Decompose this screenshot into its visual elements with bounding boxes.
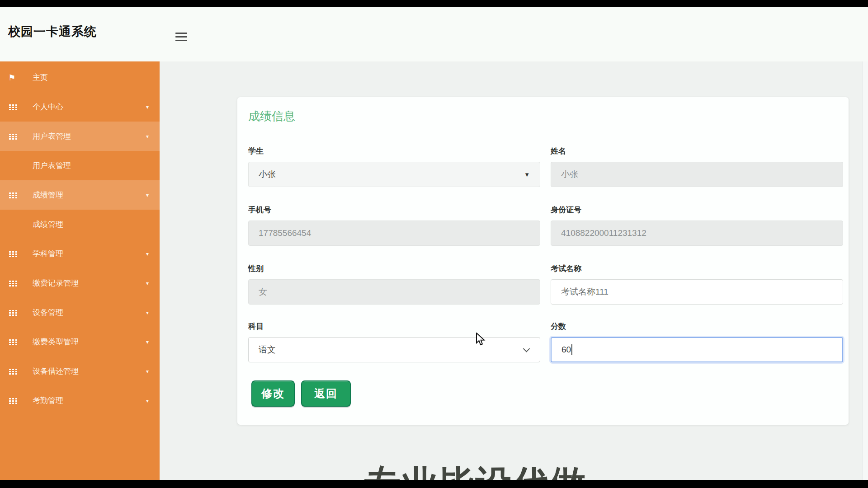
gender-field-group: 性别 bbox=[248, 264, 540, 305]
score-label: 分数 bbox=[551, 322, 843, 332]
id-number-input bbox=[551, 221, 843, 246]
exam-name-field-group: 考试名称 bbox=[551, 264, 843, 305]
exam-name-label: 考试名称 bbox=[551, 264, 843, 274]
scrollbar[interactable] bbox=[863, 61, 868, 480]
score-input[interactable]: 60 bbox=[551, 337, 843, 362]
back-button[interactable]: 返回 bbox=[301, 380, 351, 407]
grid-icon bbox=[8, 396, 18, 405]
letterbox-bottom bbox=[0, 480, 868, 488]
chevron-down-icon: ▾ bbox=[146, 398, 149, 404]
sidebar-item-subject-mgmt[interactable]: 学科管理 ▾ bbox=[0, 239, 160, 268]
chevron-down-icon: ▾ bbox=[146, 104, 149, 110]
hamburger-menu-icon[interactable] bbox=[175, 33, 188, 42]
modify-button[interactable]: 修改 bbox=[251, 380, 295, 407]
sidebar: ⚑ 主页 个人中心 ▾ 用户表管理 ▾ 用户表管理 成绩管理 ▾ bbox=[0, 61, 160, 480]
sidebar-item-home[interactable]: ⚑ 主页 bbox=[0, 63, 160, 92]
name-field-group: 姓名 bbox=[551, 146, 843, 187]
grid-icon bbox=[8, 338, 18, 347]
sidebar-item-payment-record-mgmt[interactable]: 缴费记录管理 ▾ bbox=[0, 268, 160, 298]
id-number-field-group: 身份证号 bbox=[551, 205, 843, 246]
select-caret-icon: ▼ bbox=[524, 171, 530, 178]
letterbox-top bbox=[0, 0, 868, 7]
gender-input bbox=[248, 279, 540, 305]
text-cursor bbox=[571, 344, 572, 355]
chevron-down-icon: ▾ bbox=[146, 310, 149, 316]
subject-field-group: 科目 语文 bbox=[248, 322, 540, 362]
sidebar-item-personal-center[interactable]: 个人中心 ▾ bbox=[0, 92, 160, 122]
sidebar-subitem-grade-mgmt[interactable]: 成绩管理 bbox=[0, 210, 160, 239]
grid-icon bbox=[8, 249, 18, 258]
student-label: 学生 bbox=[248, 146, 540, 156]
flag-icon: ⚑ bbox=[8, 73, 18, 82]
app-title: 校园一卡通系统 bbox=[8, 23, 97, 40]
grid-icon bbox=[8, 367, 18, 376]
grid-icon bbox=[8, 279, 18, 288]
id-number-label: 身份证号 bbox=[551, 205, 843, 215]
student-field-group: 学生 小张 ▼ bbox=[248, 146, 540, 187]
chevron-down-icon: ▾ bbox=[146, 251, 149, 257]
sidebar-item-payment-type-mgmt[interactable]: 缴费类型管理 ▾ bbox=[0, 327, 160, 357]
chevron-down-icon bbox=[523, 345, 530, 352]
grid-icon bbox=[8, 132, 18, 141]
name-label: 姓名 bbox=[551, 146, 843, 156]
exam-name-input[interactable] bbox=[551, 279, 843, 305]
sidebar-subitem-user-table-mgmt[interactable]: 用户表管理 bbox=[0, 151, 160, 180]
chevron-down-icon: ▾ bbox=[146, 192, 149, 198]
header: 校园一卡通系统 bbox=[0, 7, 868, 61]
chevron-down-icon: ▾ bbox=[146, 133, 149, 140]
sidebar-item-device-borrow-mgmt[interactable]: 设备借还管理 ▾ bbox=[0, 357, 160, 386]
screen: 校园一卡通系统 ⚑ 主页 个人中心 ▾ 用户表管理 ▾ 用户表管理 bbox=[0, 0, 868, 488]
subject-label: 科目 bbox=[248, 322, 540, 332]
phone-field-group: 手机号 bbox=[248, 205, 540, 246]
name-input bbox=[551, 162, 843, 187]
chevron-down-icon: ▾ bbox=[146, 339, 149, 345]
grid-icon bbox=[8, 308, 18, 317]
mouse-cursor bbox=[476, 333, 487, 348]
sidebar-item-device-mgmt[interactable]: 设备管理 ▾ bbox=[0, 298, 160, 327]
phone-label: 手机号 bbox=[248, 205, 540, 215]
subject-select[interactable]: 语文 bbox=[248, 337, 540, 362]
score-field-group: 分数 60 bbox=[551, 322, 843, 362]
gender-label: 性别 bbox=[248, 264, 540, 274]
sidebar-item-grade-mgmt[interactable]: 成绩管理 ▾ bbox=[0, 180, 160, 210]
form-title: 成绩信息 bbox=[248, 108, 295, 124]
sidebar-item-attendance-mgmt[interactable]: 考勤管理 ▾ bbox=[0, 386, 160, 415]
phone-input bbox=[248, 221, 540, 246]
student-select[interactable]: 小张 ▼ bbox=[248, 162, 540, 187]
grid-icon bbox=[8, 191, 18, 200]
chevron-down-icon: ▾ bbox=[146, 368, 149, 375]
grid-icon bbox=[8, 103, 18, 112]
app-window: 校园一卡通系统 ⚑ 主页 个人中心 ▾ 用户表管理 ▾ 用户表管理 bbox=[0, 7, 868, 480]
sidebar-item-user-table-mgmt[interactable]: 用户表管理 ▾ bbox=[0, 122, 160, 151]
chevron-down-icon: ▾ bbox=[146, 280, 149, 286]
